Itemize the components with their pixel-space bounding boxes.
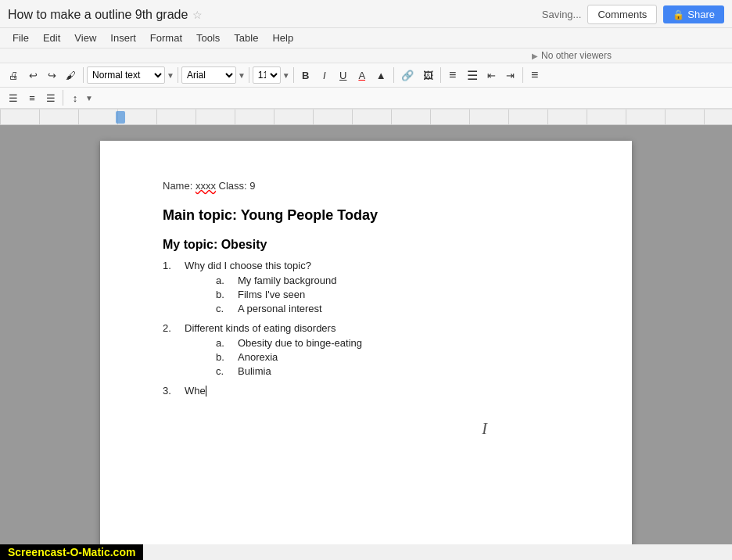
share-button[interactable]: 🔒 Share [663, 5, 724, 23]
ruler-tab-marker[interactable] [116, 111, 125, 124]
print-button[interactable]: 🖨 [5, 66, 23, 84]
document-area[interactable]: Name: xxxx Class: 9 Main topic: Young Pe… [0, 125, 732, 544]
star-icon[interactable]: ☆ [192, 9, 203, 21]
separator-2 [178, 67, 178, 83]
outline-item-1: 1. Why did I choose this topic? a. My fa… [163, 260, 569, 318]
size-arrow: ▼ [282, 71, 290, 80]
indent-decrease-button[interactable]: ⇤ [483, 66, 501, 84]
separator-1 [83, 67, 84, 83]
outline-letter-2b: b. [216, 351, 231, 363]
link-button[interactable]: 🔗 [397, 66, 418, 84]
menu-edit[interactable]: Edit [37, 30, 66, 46]
outline-list: 1. Why did I choose this topic? a. My fa… [163, 260, 569, 397]
menu-tools[interactable]: Tools [190, 30, 226, 46]
outline-sub-item-1c: c. A personal interest [216, 303, 336, 314]
style-select[interactable]: Normal text Heading 1 Heading 2 [87, 66, 165, 84]
separator-4 [293, 67, 294, 83]
menu-view[interactable]: View [68, 30, 102, 46]
separator-7 [522, 67, 523, 83]
size-select[interactable]: 11 12 14 [253, 66, 281, 84]
outline-sub-2: a. Obesity due to binge-eating b. Anorex… [216, 337, 362, 377]
outline-sub-item-1b: b. Films I've seen [216, 289, 336, 300]
lock-icon: 🔒 [673, 9, 684, 20]
comments-button[interactable]: Comments [587, 5, 657, 24]
format-button[interactable]: ≡ [526, 66, 544, 84]
outline-letter-1b: b. [216, 289, 231, 300]
menu-insert[interactable]: Insert [104, 30, 142, 46]
outline-sub-item-1a: a. My family background [216, 275, 336, 286]
menu-bar: File Edit View Insert Format Tools Table… [0, 28, 732, 48]
title-bar: How to make a outline 9th grade ☆ Saving… [0, 0, 732, 28]
image-button[interactable]: 🖼 [419, 66, 437, 84]
style-arrow: ▼ [167, 71, 174, 80]
doc-meta: Name: xxxx Class: 9 [163, 180, 569, 192]
title-right: Saving... Comments 🔒 Share [542, 5, 724, 24]
outline-text-2: Different kinds of eating disorders [185, 322, 336, 334]
highlight-button[interactable]: ▲ [372, 66, 390, 84]
outline-sub-text-1c: A personal interest [238, 303, 322, 314]
outline-item-2: 2. Different kinds of eating disorders a… [163, 322, 569, 380]
toolbar2: ☰ ≡ ☰ ↕ ▼ [0, 88, 732, 109]
undo-button[interactable]: ↩ [24, 66, 41, 84]
outline-sub-item-2c: c. Bulimia [216, 365, 362, 377]
align-left-button[interactable]: ☰ [5, 89, 22, 106]
watermark: Screencast-O-Matic.com [0, 544, 143, 560]
font-arrow: ▼ [238, 71, 246, 80]
outline-item-3: 3. Whe [163, 385, 569, 397]
ruler [0, 109, 732, 125]
outline-letter-2c: c. [216, 365, 231, 377]
outline-sub-1: a. My family background b. Films I've se… [216, 275, 336, 314]
numbered-list-button[interactable]: ≡ [444, 66, 461, 84]
bold-button[interactable]: B [297, 66, 314, 84]
outline-num-3: 3. [163, 385, 178, 397]
paint-format-button[interactable]: 🖌 [62, 66, 80, 84]
viewer-info: ▶ No other viewers [532, 50, 612, 61]
outline-content-3: Whe [185, 385, 206, 397]
toolbar: 🖨 ↩ ↪ 🖌 Normal text Heading 1 Heading 2 … [0, 63, 732, 88]
viewer-text: No other viewers [541, 50, 612, 61]
align-center-button[interactable]: ≡ [23, 89, 41, 106]
outline-letter-1a: a. [216, 275, 231, 286]
outline-text-1: Why did I choose this topic? [185, 260, 311, 271]
outline-sub-text-1a: My family background [238, 275, 336, 286]
title-left: How to make a outline 9th grade ☆ [8, 8, 203, 22]
align-right-button[interactable]: ☰ [42, 89, 59, 106]
menu-help[interactable]: Help [266, 30, 300, 46]
outline-sub-item-2a: a. Obesity due to binge-eating [216, 337, 362, 349]
saving-status: Saving... [542, 9, 582, 20]
outline-sub-text-2c: Bulimia [238, 365, 271, 377]
outline-num-1: 1. [163, 260, 178, 318]
font-select[interactable]: Arial Times New Roman [181, 66, 236, 84]
viewer-arrow: ▶ [532, 52, 538, 60]
outline-sub-text-2a: Obesity due to binge-eating [238, 337, 362, 349]
bullet-list-button[interactable]: ☰ [463, 66, 482, 84]
separator-8 [63, 90, 63, 106]
italic-button[interactable]: I [316, 66, 333, 84]
outline-num-2: 2. [163, 322, 178, 380]
main-topic: Main topic: Young People Today [163, 207, 569, 224]
text-cursor-blink [206, 386, 206, 397]
doc-title[interactable]: How to make a outline 9th grade [8, 8, 188, 22]
name-value: xxxx [196, 180, 216, 192]
outline-sub-text-2b: Anorexia [238, 351, 278, 363]
outline-sub-text-1b: Films I've seen [238, 289, 305, 300]
page: Name: xxxx Class: 9 Main topic: Young Pe… [100, 141, 632, 544]
outline-text-3: Whe [185, 385, 206, 397]
redo-button[interactable]: ↪ [43, 66, 60, 84]
outline-letter-2a: a. [216, 337, 231, 349]
underline-button[interactable]: U [335, 66, 352, 84]
separator-6 [440, 67, 441, 83]
separator-5 [393, 67, 394, 83]
indent-increase-button[interactable]: ⇥ [502, 66, 519, 84]
share-label: Share [687, 9, 715, 20]
outline-letter-1c: c. [216, 303, 231, 314]
outline-content-1: Why did I choose this topic? a. My famil… [185, 260, 336, 318]
separator-3 [249, 67, 249, 83]
linespace-button[interactable]: ↕ [66, 89, 84, 106]
menu-file[interactable]: File [6, 30, 35, 46]
color-button[interactable]: A [353, 66, 371, 84]
menu-table[interactable]: Table [228, 30, 264, 46]
menu-format[interactable]: Format [144, 30, 188, 46]
outline-content-2: Different kinds of eating disorders a. O… [185, 322, 362, 380]
ruler-inner [0, 109, 732, 124]
